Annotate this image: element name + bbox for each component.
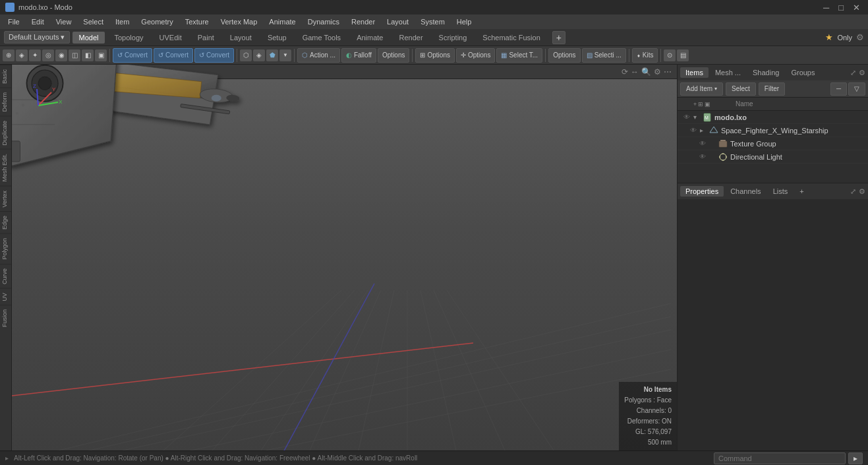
tool-icon-6[interactable]: ◫	[69, 49, 80, 61]
sidebar-item-edge[interactable]: Edge	[0, 211, 11, 233]
menu-view[interactable]: View	[51, 16, 77, 27]
tree-row-texture[interactable]: 👁 Texture Group	[678, 137, 868, 150]
convert-button-3[interactable]: ↺ Convert	[194, 48, 234, 63]
settings-icon[interactable]: ⚙	[856, 32, 864, 42]
layout-dropdown[interactable]: Default Layouts ▾	[4, 31, 70, 44]
eye-spacefighter[interactable]: 👁	[687, 127, 700, 134]
menu-dynamics[interactable]: Dynamics	[303, 16, 345, 27]
items-minus-button[interactable]: ─	[830, 82, 847, 96]
viewport-canvas[interactable]: Y X Z No Items Polygons : Face Channels:…	[12, 79, 677, 450]
viewport-ctrl-settings[interactable]: ⚙	[654, 67, 661, 77]
tab-layout[interactable]: Layout	[223, 32, 258, 44]
menu-help[interactable]: Help	[451, 16, 477, 27]
menu-geometry[interactable]: Geometry	[136, 16, 178, 27]
tab-game-tools[interactable]: Game Tools	[296, 32, 348, 44]
tab-render[interactable]: Render	[392, 32, 429, 44]
tool-icon-5[interactable]: ◉	[55, 49, 67, 61]
eye-root[interactable]: 👁	[680, 113, 693, 121]
selection-button[interactable]: ▨ Selecti ...	[582, 48, 626, 63]
properties-expand-icon[interactable]: ⤢	[850, 187, 856, 196]
sidebar-item-uv[interactable]: UV	[0, 288, 11, 305]
expand-root[interactable]: ▾	[693, 113, 703, 121]
viewport-ctrl-zoom[interactable]: 🔍	[641, 67, 651, 77]
sidebar-item-duplicate[interactable]: Duplicate	[0, 116, 11, 150]
tab-animate[interactable]: Animate	[350, 32, 390, 44]
tab-add-panel[interactable]: +	[794, 186, 809, 197]
expand-spacefighter[interactable]: ▸	[700, 127, 709, 134]
sidebar-item-vertex[interactable]: Vertex	[0, 186, 11, 212]
action-button[interactable]: ⬡ Action ...	[297, 48, 340, 63]
maximize-button[interactable]: □	[836, 3, 846, 13]
close-button[interactable]: ✕	[850, 3, 863, 13]
tool-icon-7[interactable]: ◧	[82, 49, 94, 61]
sidebar-item-polygon[interactable]: Polygon	[0, 233, 11, 264]
select-t-button[interactable]: ▦ Select T...	[496, 48, 542, 63]
viewport[interactable]: ▸ Perspective Default Viewport Textures …	[12, 65, 677, 450]
sidebar-item-basic[interactable]: Basic	[0, 65, 11, 88]
add-item-button[interactable]: Add Item ▾	[680, 82, 723, 96]
items-settings-icon[interactable]: ⚙	[859, 69, 865, 77]
minimize-button[interactable]: ─	[821, 3, 832, 13]
tool-icon-12[interactable]: ▼	[279, 49, 291, 61]
tab-paint[interactable]: Paint	[191, 32, 221, 44]
sidebar-item-mesh-edit[interactable]: Mesh Edit.	[0, 149, 11, 186]
tool-icon-14[interactable]: ▤	[677, 49, 689, 61]
tool-icon-9[interactable]: ⬡	[240, 49, 252, 61]
viewport-ctrl-more[interactable]: ⋯	[664, 67, 672, 77]
select-button[interactable]: Select	[726, 82, 756, 96]
options-button-2[interactable]: ⊞ Options	[415, 48, 454, 63]
filter-button[interactable]: Filter	[759, 82, 785, 96]
window-controls[interactable]: ─ □ ✕	[821, 3, 863, 13]
menu-animate[interactable]: Animate	[264, 16, 301, 27]
tree-row-root[interactable]: 👁 ▾ M modo.lxo	[678, 111, 868, 124]
sidebar-item-fusion[interactable]: Fusion	[0, 305, 11, 331]
bottom-arrow[interactable]: ▸	[5, 454, 9, 462]
menu-select[interactable]: Select	[78, 16, 109, 27]
tab-scripting[interactable]: Scripting	[432, 32, 474, 44]
tree-row-spacefighter[interactable]: 👁 ▸ Space_Fighter_X_Wing_Starship	[678, 124, 868, 137]
tab-schematic-fusion[interactable]: Schematic Fusion	[476, 32, 546, 44]
tab-groups[interactable]: Groups	[786, 67, 820, 78]
tab-lists[interactable]: Lists	[768, 186, 794, 197]
tool-icon-2[interactable]: ◈	[16, 49, 28, 61]
tree-row-light[interactable]: 👁 Directional Light	[678, 150, 868, 164]
viewport-ctrl-fit[interactable]: ↔	[631, 67, 639, 77]
sidebar-item-curve[interactable]: Curve	[0, 264, 11, 288]
properties-settings-icon[interactable]: ⚙	[859, 187, 865, 196]
tool-icon-8[interactable]: ▣	[95, 49, 107, 61]
menu-item[interactable]: Item	[110, 16, 134, 27]
viewport-ctrl-rotate[interactable]: ⟳	[622, 67, 628, 77]
tool-icon-1[interactable]: ⊕	[3, 49, 14, 61]
tool-icon-10[interactable]: ◈	[253, 49, 265, 61]
tool-icon-13[interactable]: ⊙	[664, 49, 676, 61]
tab-setup[interactable]: Setup	[261, 32, 293, 44]
menu-layout[interactable]: Layout	[382, 16, 414, 27]
tab-items[interactable]: Items	[680, 67, 709, 78]
eye-light[interactable]: 👁	[696, 153, 709, 160]
options-end-button[interactable]: Options	[548, 48, 580, 63]
tab-properties[interactable]: Properties	[680, 186, 724, 197]
tab-mesh[interactable]: Mesh ...	[710, 67, 746, 78]
menu-edit[interactable]: Edit	[26, 16, 49, 27]
tab-topology[interactable]: Topology	[107, 32, 150, 44]
convert-button-1[interactable]: ↺ Convert	[113, 48, 152, 63]
tab-uvedit[interactable]: UVEdit	[153, 32, 188, 44]
kits-button[interactable]: ⬧ Kits	[632, 48, 658, 63]
command-execute-button[interactable]: ▸	[848, 452, 863, 464]
items-expand-icon[interactable]: ⤢	[850, 69, 856, 77]
command-input[interactable]	[714, 452, 846, 464]
items-filter-icon[interactable]: ▽	[848, 82, 865, 96]
options-button-3[interactable]: ✛ Options	[456, 48, 495, 63]
items-tree[interactable]: 👁 ▾ M modo.lxo 👁 ▸ Space_Fighter_X_Wing	[678, 111, 868, 183]
menu-file[interactable]: File	[3, 16, 25, 27]
menu-vertex-map[interactable]: Vertex Map	[216, 16, 263, 27]
tab-channels[interactable]: Channels	[725, 186, 766, 197]
tool-icon-3[interactable]: ✦	[29, 49, 41, 61]
add-layout-button[interactable]: +	[552, 31, 565, 44]
options-button-1[interactable]: Options	[378, 48, 409, 63]
falloff-button[interactable]: ◐ Falloff	[341, 48, 376, 63]
sidebar-item-deform[interactable]: Deform	[0, 88, 11, 116]
tab-model[interactable]: Model	[72, 32, 105, 44]
tool-icon-4[interactable]: ◎	[42, 49, 54, 61]
menu-render[interactable]: Render	[346, 16, 380, 27]
